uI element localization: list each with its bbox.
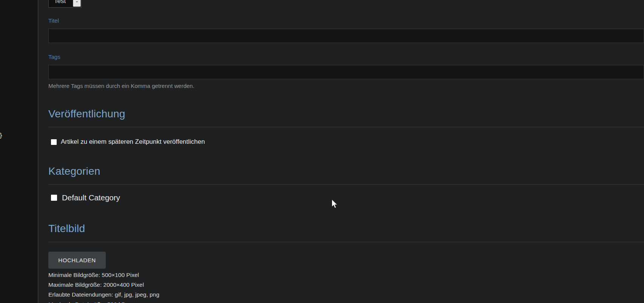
template-select[interactable]: Test ⌄ (48, 0, 82, 8)
default-category-label: Default Category (62, 193, 120, 202)
tags-help-text: Mehrere Tags müssen durch ein Komma getr… (48, 83, 195, 89)
upload-button[interactable]: HOCHLADEN (48, 252, 106, 269)
divider (48, 127, 644, 127)
mouse-cursor-icon (331, 199, 339, 209)
tags-label: Tags (48, 54, 60, 60)
title-input[interactable] (48, 29, 644, 43)
schedule-checkbox[interactable] (51, 139, 57, 145)
chevron-down-icon[interactable]: ⌄ (73, 0, 81, 7)
form-panel: Test ⌄ Titel Tags Mehrere Tags müssen du… (38, 0, 644, 303)
constraint-max-filesize: Maximale Dateigröße: 500 kB (48, 300, 644, 303)
constraint-min-size: Minimale Bildgröße: 500×100 Pixel (48, 270, 644, 280)
schedule-checkbox-label: Artikel zu einem späteren Zeitpunkt verö… (61, 138, 205, 146)
title-label: Titel (48, 17, 59, 24)
tags-input[interactable] (48, 65, 644, 79)
editor-gutter: } (0, 0, 38, 303)
form-content: Test ⌄ Titel Tags Mehrere Tags müssen du… (48, 0, 644, 303)
categories-heading: Kategorien (48, 165, 644, 177)
upload-constraints: Minimale Bildgröße: 500×100 Pixel Maxima… (48, 270, 644, 303)
divider (48, 184, 644, 185)
publishing-heading: Veröffentlichung (48, 108, 644, 120)
screen: } Test ⌄ Titel Tags Mehrere Tags müssen … (0, 0, 644, 303)
schedule-checkbox-row[interactable]: Artikel zu einem späteren Zeitpunkt verö… (51, 138, 644, 146)
code-brace: } (0, 132, 3, 139)
divider (48, 242, 644, 242)
default-category-checkbox[interactable] (51, 195, 57, 201)
default-category-row[interactable]: Default Category (51, 193, 644, 202)
constraint-max-size: Maximale Bildgröße: 2000×400 Pixel (48, 280, 644, 290)
constraint-extensions: Erlaubte Dateiendungen: gif, jpg, jpeg, … (48, 290, 644, 300)
title-image-heading: Titelbild (48, 223, 644, 235)
